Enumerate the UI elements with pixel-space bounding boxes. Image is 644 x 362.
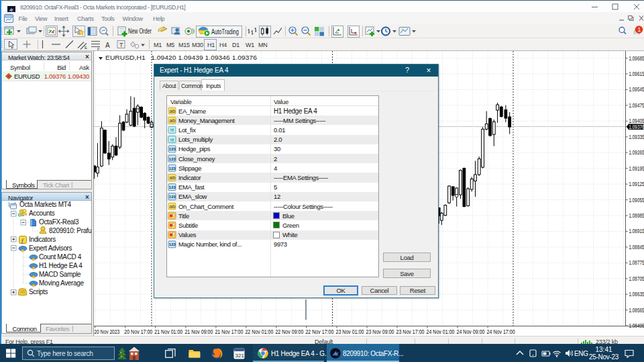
svg-text:321: 321	[235, 353, 245, 359]
svg-text:1.08565: 1.08565	[629, 307, 644, 314]
svg-text:123: 123	[169, 242, 176, 246]
svg-text:21 Nov 17:00: 21 Nov 17:00	[215, 328, 243, 335]
svg-text:1.08845: 1.08845	[629, 244, 644, 251]
svg-text:1.09615: 1.09615	[629, 71, 644, 77]
svg-text:21 Nov 09:00: 21 Nov 09:00	[184, 328, 213, 335]
svg-text:EURUSD,H1 1.09420 1.09439 1.: EURUSD,H1 1.09420 1.09439 1.09346 1.0937…	[105, 54, 257, 61]
svg-text:123: 123	[169, 157, 176, 161]
svg-text:24 Nov 17:00: 24 Nov 17:00	[487, 328, 515, 335]
svg-text:ab: ab	[170, 175, 176, 181]
svg-text:123: 123	[169, 167, 176, 171]
svg-text:1.09475: 1.09475	[629, 102, 644, 109]
svg-text:1: 1	[638, 26, 641, 33]
svg-text:22 Nov 09:00: 22 Nov 09:00	[275, 328, 303, 335]
svg-text:24 Nov 09:00: 24 Nov 09:00	[457, 328, 485, 335]
svg-text:1.09376: 1.09376	[629, 124, 644, 130]
svg-text:24 Nov 01:00: 24 Nov 01:00	[427, 328, 455, 335]
svg-text:E: E	[85, 46, 87, 50]
svg-text:22 Nov 01:00: 22 Nov 01:00	[245, 328, 273, 335]
svg-text:23 Nov 17:00: 23 Nov 17:00	[396, 328, 425, 335]
svg-text:20 Nov 17:00: 20 Nov 17:00	[124, 328, 152, 335]
svg-text:AutoTrading: AutoTrading	[211, 28, 239, 36]
svg-text:1.09335: 1.09335	[629, 134, 644, 140]
svg-text:1.08985: 1.08985	[629, 212, 644, 219]
svg-text:21 Nov 01:00: 21 Nov 01:00	[154, 328, 182, 335]
svg-text:1.09265: 1.09265	[629, 149, 644, 156]
svg-text:ab: ab	[170, 203, 176, 210]
svg-text:T: T	[119, 42, 123, 48]
svg-text:½: ½	[170, 138, 174, 142]
svg-text:1.08495: 1.08495	[629, 322, 644, 329]
svg-text:1.09545: 1.09545	[629, 86, 644, 93]
svg-text:1.09125: 1.09125	[629, 181, 644, 187]
svg-text:1.08635: 1.08635	[629, 291, 644, 298]
svg-text:½: ½	[170, 128, 174, 132]
svg-text:123: 123	[169, 147, 176, 151]
svg-text:1.08705: 1.08705	[629, 275, 644, 282]
svg-text:New Order: New Order	[128, 28, 152, 35]
svg-text:1.09055: 1.09055	[629, 197, 644, 203]
svg-text:20 Nov 2023: 20 Nov 2023	[94, 328, 119, 335]
svg-text:1.08915: 1.08915	[629, 228, 644, 234]
svg-text:22 Nov 17:00: 22 Nov 17:00	[305, 328, 333, 335]
svg-text:123: 123	[169, 185, 176, 189]
svg-text:23 Nov 09:00: 23 Nov 09:00	[366, 328, 394, 335]
svg-text:F: F	[97, 47, 100, 51]
svg-text:1.09685: 1.09685	[629, 55, 644, 62]
svg-text:A: A	[105, 42, 110, 49]
svg-text:ab: ab	[170, 118, 176, 124]
svg-text:1.08775: 1.08775	[629, 259, 644, 266]
svg-text:ab: ab	[170, 108, 176, 114]
svg-text:23 Nov 01:00: 23 Nov 01:00	[336, 328, 364, 335]
svg-text:1.09195: 1.09195	[629, 165, 644, 172]
svg-text:123: 123	[169, 195, 176, 199]
